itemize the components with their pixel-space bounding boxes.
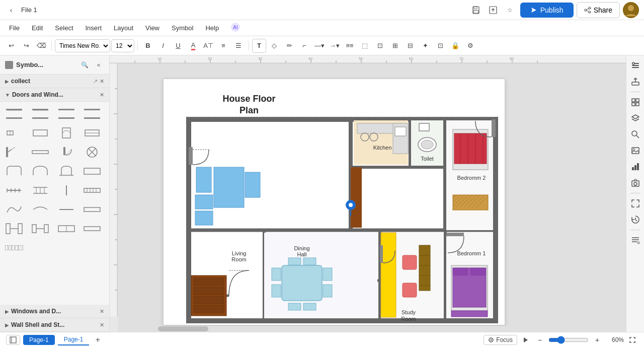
horizontal-scrollbar[interactable]	[118, 326, 626, 332]
menu-edit[interactable]: Edit	[27, 22, 48, 34]
windows-d-section[interactable]: ▶ Windows and D... ✕	[0, 305, 109, 318]
camera-button[interactable]	[628, 176, 642, 190]
grid-button[interactable]	[628, 95, 642, 109]
symbol-h-shape-2[interactable]	[29, 220, 51, 238]
back-button[interactable]: ‹	[5, 4, 17, 16]
fill-button[interactable]: ◇	[267, 39, 281, 53]
share-button[interactable]: Share	[577, 2, 620, 18]
symbol-fence-2[interactable]	[29, 181, 51, 199]
symbol-circle-x[interactable]	[81, 143, 103, 161]
align-center-button[interactable]: ☰	[231, 39, 246, 53]
save-icon[interactable]	[469, 3, 483, 17]
pen-button[interactable]: ✏	[282, 39, 296, 53]
text-format-button[interactable]: A⊤	[201, 39, 215, 53]
drawing-canvas[interactable]: House Floor Plan	[118, 63, 626, 332]
collect-close[interactable]: ✕	[100, 78, 104, 85]
canvas-area[interactable]: 10 20 30 40 50 60 70 80	[110, 55, 626, 332]
search-panel-button[interactable]: 🔍	[79, 59, 90, 71]
font-family-select[interactable]: Times New Ro... Arial Helvetica	[55, 39, 110, 52]
floor-plan[interactable]: House Floor Plan	[163, 79, 505, 325]
fullscreen-button[interactable]	[627, 334, 638, 345]
publish-button[interactable]: Publish	[520, 3, 574, 18]
redo-button[interactable]: ↪	[19, 39, 33, 53]
chart-button[interactable]	[628, 160, 642, 174]
menu-view[interactable]: View	[140, 22, 165, 34]
focus-button[interactable]: Focus	[484, 335, 517, 345]
doors-close[interactable]: ✕	[100, 92, 104, 98]
bold-button[interactable]: B	[141, 39, 155, 53]
history-button[interactable]	[628, 213, 642, 227]
symbol-window-2[interactable]	[29, 124, 51, 142]
zoom-out-button[interactable]: −	[534, 334, 545, 345]
symbol-curve-2[interactable]	[29, 200, 51, 219]
zoom-slider[interactable]	[548, 336, 589, 344]
wall-shell-close[interactable]: ✕	[100, 322, 104, 328]
search-panel-right[interactable]	[628, 127, 642, 142]
symbol-sliding-1[interactable]	[3, 143, 25, 161]
symbol-curve-1[interactable]	[3, 200, 25, 219]
wall-shell-section[interactable]: ▶ Wall Shell and St... ✕	[0, 318, 109, 332]
play-button[interactable]	[520, 334, 531, 345]
symbol-arch-1[interactable]	[3, 162, 25, 180]
menu-layout[interactable]: Layout	[109, 22, 138, 34]
symbol-window-4[interactable]	[81, 124, 103, 142]
windows-close[interactable]: ✕	[100, 308, 104, 315]
symbol-u-shape[interactable]	[3, 239, 25, 257]
menu-file[interactable]: File	[4, 22, 25, 34]
format-list-button[interactable]	[628, 233, 642, 247]
underline-button[interactable]: U	[171, 39, 185, 53]
clone-button[interactable]: ⊡	[373, 39, 387, 53]
ai-icon[interactable]: AI	[230, 22, 241, 34]
symbol-arch-3[interactable]	[55, 162, 77, 180]
text-tool-button[interactable]: T	[252, 39, 266, 53]
menu-symbol[interactable]: Symbol	[167, 22, 198, 34]
collect-expand[interactable]: ↗	[93, 78, 98, 85]
collect-section[interactable]: ▶ collect ↗ ✕	[0, 75, 109, 88]
symbol-window-3[interactable]	[55, 124, 77, 142]
symbol-door-3[interactable]	[55, 105, 77, 123]
symbol-balustrade[interactable]	[81, 181, 103, 199]
symbol-post[interactable]	[55, 181, 77, 199]
fit-page-button[interactable]	[628, 196, 642, 211]
user-avatar[interactable]	[623, 2, 639, 18]
symbol-door-4[interactable]	[81, 105, 103, 123]
export-panel-button[interactable]	[628, 75, 642, 89]
page-tab[interactable]: Page-1	[23, 335, 55, 345]
symbol-wall[interactable]	[81, 162, 103, 180]
symbol-long-rect[interactable]	[81, 200, 103, 219]
properties-button[interactable]	[628, 58, 642, 73]
collapse-panel-button[interactable]: «	[93, 59, 104, 71]
align-button[interactable]: ⊞	[388, 39, 402, 53]
symbol-line[interactable]	[55, 200, 77, 219]
symbol-arc-door[interactable]	[55, 143, 77, 161]
crop-button[interactable]: ⊡	[433, 39, 447, 53]
symbol-door-2[interactable]	[29, 105, 51, 123]
connector-button[interactable]: ⌐	[297, 39, 311, 53]
symbol-arch-2[interactable]	[29, 162, 51, 180]
canvas-content[interactable]: House Floor Plan	[118, 63, 626, 332]
text-color-button[interactable]: A	[186, 39, 200, 53]
symbol-window-1[interactable]	[3, 124, 25, 142]
symbol-wide-rect[interactable]	[81, 220, 103, 238]
distribute-button[interactable]: ⊟	[403, 39, 417, 53]
menu-insert[interactable]: Insert	[80, 22, 107, 34]
image-panel-button[interactable]	[628, 144, 642, 158]
symbol-fence-1[interactable]	[3, 181, 25, 199]
menu-select[interactable]: Select	[50, 22, 78, 34]
align-left-button[interactable]: ≡	[216, 39, 230, 53]
clear-button[interactable]: ⌫	[34, 39, 48, 53]
add-page-button[interactable]: +	[92, 334, 103, 345]
line-width-button[interactable]: ≡≡	[343, 39, 357, 53]
symbol-h-shape[interactable]	[3, 220, 25, 238]
magic-button[interactable]: ✦	[418, 39, 432, 53]
lock-button[interactable]: 🔒	[448, 39, 462, 53]
star-icon[interactable]: ☆	[503, 3, 517, 17]
zoom-in-button[interactable]: +	[592, 334, 603, 345]
symbol-h-shape-3[interactable]	[55, 220, 77, 238]
more-button[interactable]: ⚙	[463, 39, 477, 53]
font-size-select[interactable]: 12 10 14 16 18	[111, 39, 134, 52]
italic-button[interactable]: I	[156, 39, 170, 53]
symbol-door-1[interactable]	[3, 105, 25, 123]
scroll-thumb[interactable]	[158, 326, 208, 331]
layers-button[interactable]	[628, 111, 642, 125]
